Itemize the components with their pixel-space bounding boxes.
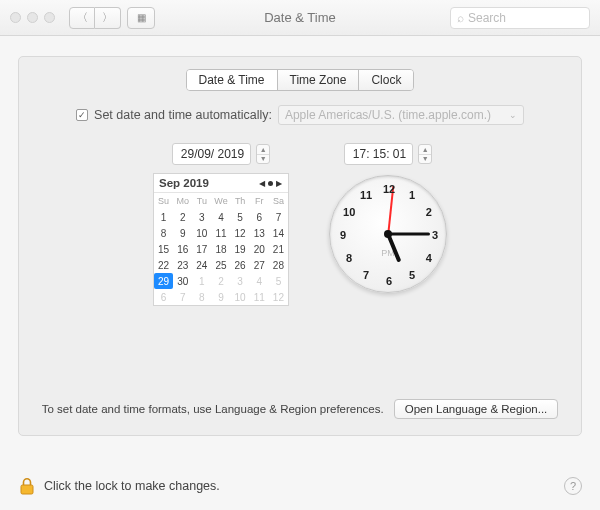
lock-icon[interactable] [18,476,36,496]
close-window-button[interactable] [10,12,21,23]
tab-group: Date & Time Time Zone Clock [186,69,415,91]
calendar-day[interactable]: 10 [192,225,211,241]
date-stepper[interactable]: ▲ ▼ [256,144,270,164]
calendar-day-other-month[interactable]: 3 [231,273,250,289]
calendar-day[interactable]: 29 [154,273,173,289]
clock-number: 3 [432,229,438,241]
show-all-button[interactable]: ▦ [127,7,155,29]
tab-clock[interactable]: Clock [359,70,413,90]
calendar-day[interactable]: 9 [173,225,192,241]
forward-button[interactable]: 〉 [95,7,121,29]
calendar-day[interactable]: 20 [250,241,269,257]
calendar-next-button[interactable]: ▶ [275,179,283,188]
clock-number: 11 [360,189,372,201]
time-server-value: Apple Americas/U.S. (time.apple.com.) [285,108,491,122]
calendar-day[interactable]: 30 [173,273,192,289]
calendar-day[interactable]: 27 [250,257,269,273]
calendar-day[interactable]: 28 [269,257,288,273]
date-field-value: 29/09/ 2019 [181,147,244,161]
calendar-day[interactable]: 24 [192,257,211,273]
clock-hub [384,230,392,238]
calendar-day-other-month[interactable]: 1 [192,273,211,289]
chevron-right-icon: 〉 [102,10,113,25]
calendar-day[interactable]: 23 [173,257,192,273]
calendar-day[interactable]: 7 [269,209,288,225]
calendar-day[interactable]: 12 [231,225,250,241]
calendar-day-other-month[interactable]: 4 [250,273,269,289]
clock-number: 10 [343,206,355,218]
time-server-select[interactable]: Apple Americas/U.S. (time.apple.com.) ⌄ [278,105,524,125]
date-field[interactable]: 29/09/ 2019 [172,143,251,165]
calendar-day-other-month[interactable]: 10 [231,289,250,305]
calendar-day[interactable]: 19 [231,241,250,257]
time-field-value: 17: 15: 01 [353,147,406,161]
calendar-day[interactable]: 21 [269,241,288,257]
calendar-day[interactable]: 5 [231,209,250,225]
calendar-dow-label: Mo [173,193,192,209]
calendar-day-other-month[interactable]: 5 [269,273,288,289]
tab-time-zone[interactable]: Time Zone [278,70,360,90]
clock-number: 5 [409,269,415,281]
clock-minute-hand [388,233,430,236]
calendar-day[interactable]: 11 [211,225,230,241]
calendar-day[interactable]: 14 [269,225,288,241]
calendar-dow-label: We [211,193,230,209]
calendar-day[interactable]: 18 [211,241,230,257]
calendar-day[interactable]: 6 [250,209,269,225]
back-button[interactable]: 〈 [69,7,95,29]
calendar-day[interactable]: 8 [154,225,173,241]
calendar-day-other-month[interactable]: 11 [250,289,269,305]
time-field[interactable]: 17: 15: 01 [344,143,413,165]
search-input[interactable]: ⌕ Search [450,7,590,29]
tab-date-time[interactable]: Date & Time [187,70,278,90]
calendar-dow-label: Su [154,193,173,209]
preferences-panel: Date & Time Time Zone Clock ✓ Set date a… [18,56,582,436]
calendar-day[interactable]: 17 [192,241,211,257]
time-stepper[interactable]: ▲ ▼ [418,144,432,164]
calendar-day[interactable]: 22 [154,257,173,273]
calendar-day[interactable]: 26 [231,257,250,273]
zoom-window-button[interactable] [44,12,55,23]
calendar-today-button[interactable] [268,181,273,186]
minimize-window-button[interactable] [27,12,38,23]
calendar-day[interactable]: 16 [173,241,192,257]
grid-icon: ▦ [137,12,145,23]
clock-number: 6 [386,275,392,287]
calendar-day[interactable]: 2 [173,209,192,225]
calendar-day[interactable]: 15 [154,241,173,257]
calendar-month-label: Sep 2019 [159,177,209,189]
clock-number: 9 [340,229,346,241]
clock-number: 4 [426,252,432,264]
auto-date-time-label: Set date and time automatically: [94,108,272,122]
chevron-left-icon: 〈 [77,10,88,25]
calendar-day-other-month[interactable]: 7 [173,289,192,305]
calendar-day-other-month[interactable]: 2 [211,273,230,289]
help-button[interactable]: ? [564,477,582,495]
clock-number: 2 [426,206,432,218]
search-placeholder: Search [468,11,506,25]
stepper-down-icon: ▼ [257,155,269,164]
stepper-up-icon: ▲ [419,145,431,155]
format-hint-label: To set date and time formats, use Langua… [42,403,384,415]
stepper-up-icon: ▲ [257,145,269,155]
calendar-dow-label: Tu [192,193,211,209]
lock-hint-label: Click the lock to make changes. [44,479,220,493]
search-icon: ⌕ [457,11,464,25]
open-language-region-button[interactable]: Open Language & Region... [394,399,559,419]
clock-number: 1 [409,189,415,201]
calendar-day-other-month[interactable]: 12 [269,289,288,305]
calendar-day[interactable]: 1 [154,209,173,225]
nav-buttons: 〈 〉 [69,7,121,29]
calendar-day-other-month[interactable]: 6 [154,289,173,305]
window-titlebar: 〈 〉 ▦ Date & Time ⌕ Search [0,0,600,36]
calendar-day[interactable]: 3 [192,209,211,225]
stepper-down-icon: ▼ [419,155,431,164]
calendar-day-other-month[interactable]: 9 [211,289,230,305]
calendar-day-other-month[interactable]: 8 [192,289,211,305]
calendar-day[interactable]: 25 [211,257,230,273]
calendar-prev-button[interactable]: ◀ [258,179,266,188]
window-traffic-lights [10,12,55,23]
auto-date-time-checkbox[interactable]: ✓ [76,109,88,121]
calendar-day[interactable]: 13 [250,225,269,241]
calendar-day[interactable]: 4 [211,209,230,225]
